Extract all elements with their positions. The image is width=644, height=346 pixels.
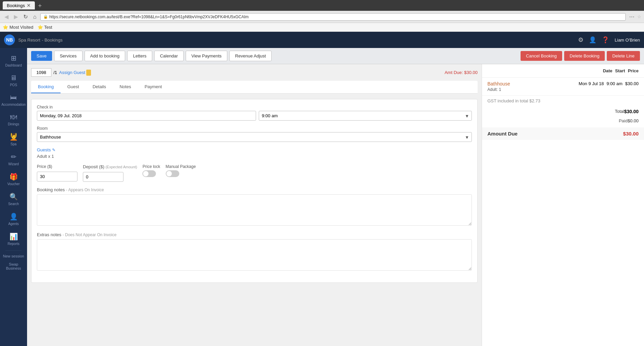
url-text: https://secure.netbookings.com.au/test/B… <box>49 15 249 19</box>
view-payments-button[interactable]: View Payments <box>186 51 227 61</box>
deposit-input[interactable] <box>83 172 123 182</box>
booking-notes-group: Booking notes - Appears On Invoice <box>37 187 472 227</box>
user-icon[interactable]: 👤 <box>589 36 596 44</box>
sidebar: ⊞ Dashboard 🖥 POS 🛏 Accommodation 🍽 Dini… <box>0 48 27 346</box>
sidebar-item-dinings[interactable]: 🍽 Dinings <box>0 110 27 129</box>
manual-package-toggle[interactable] <box>166 170 179 177</box>
price-input[interactable] <box>37 172 77 181</box>
amt-due-header: Amt Due: $30.00 <box>444 70 478 75</box>
booking-notes-textarea[interactable] <box>37 194 472 226</box>
price-lock-toggle[interactable] <box>142 170 156 177</box>
gst-note: GST included in total $2.73 <box>482 96 644 106</box>
settings-icon[interactable]: ⚙ <box>578 36 583 44</box>
dashboard-icon: ⊞ <box>11 54 17 62</box>
browser-tab[interactable]: Bookings ✕ <box>3 1 35 9</box>
sidebar-item-pos[interactable]: 🖥 POS <box>0 71 27 90</box>
cancel-booking-button[interactable]: Cancel Booking <box>521 51 562 61</box>
guests-edit-icon[interactable]: ✎ <box>52 148 55 152</box>
home-button[interactable]: ⌂ <box>31 13 38 21</box>
bookmark-icon-2: ⭐ <box>38 25 43 30</box>
sidebar-item-swap-business[interactable]: Swap Business <box>0 260 27 272</box>
amt-due-label: Amount Due <box>487 131 623 137</box>
sidebar-item-accommodation[interactable]: 🛏 Accommodation <box>0 90 27 110</box>
bookmark-icon[interactable]: ☆ <box>637 14 641 19</box>
extras-notes-textarea[interactable] <box>37 239 472 271</box>
service-detail: Adult: 1 <box>487 87 576 92</box>
extras-notes-group: Extras notes - Does Not Appear On Invoic… <box>37 232 472 272</box>
tab-details[interactable]: Details <box>86 81 113 93</box>
bookmark-icon-1: ⭐ <box>3 25 8 30</box>
top-nav: NB Spa Resort - Bookings ⚙ 👤 ❓ Liam O'Br… <box>0 32 644 48</box>
sidebar-item-spa[interactable]: 💆 Spa <box>0 129 27 149</box>
booking-form: Check in 9:00 am ▼ <box>31 99 478 283</box>
sidebar-item-wizard[interactable]: ✏ Wizard <box>0 149 27 169</box>
url-bar[interactable]: 🔒 https://secure.netbookings.com.au/test… <box>40 13 626 21</box>
bookmarks-bar: ⭐ Most Visited ⭐ Test <box>0 23 644 32</box>
revenue-adjust-button[interactable]: Revenue Adjust <box>229 51 272 61</box>
price-label: Price ($) <box>37 164 77 169</box>
bookmark-test[interactable]: ⭐ Test <box>38 25 52 30</box>
services-button[interactable]: Services <box>54 51 83 61</box>
check-in-time-select[interactable]: 9:00 am <box>259 111 472 121</box>
delete-line-button[interactable]: Delete Line <box>607 51 640 61</box>
room-group: Room Bathhouse ▼ <box>37 126 472 142</box>
check-in-row: 9:00 am ▼ <box>37 111 472 121</box>
sidebar-item-new-session[interactable]: New session <box>2 252 25 260</box>
sidebar-label-dinings: Dinings <box>8 122 19 126</box>
calendar-button[interactable]: Calendar <box>154 51 184 61</box>
sidebar-item-agents[interactable]: 👤 Agents <box>0 209 27 229</box>
room-select[interactable]: Bathhouse <box>37 132 472 142</box>
new-tab-icon[interactable]: ＋ <box>37 1 43 9</box>
sidebar-divider <box>5 250 22 251</box>
tab-title: Bookings <box>7 3 25 8</box>
wizard-icon: ✏ <box>11 153 17 161</box>
top-nav-right: ⚙ 👤 ❓ Liam O'Brien <box>578 36 640 44</box>
service-grid: Bathhouse Adult: 1 Mon 9 Jul 18 9:00 am … <box>487 81 639 92</box>
save-button[interactable]: Save <box>31 51 52 61</box>
tab-booking[interactable]: Booking <box>31 81 61 93</box>
forward-button[interactable]: ▶ <box>12 13 20 21</box>
sidebar-label-spa: Spa <box>10 142 17 146</box>
booking-of: /1 <box>53 70 57 75</box>
check-in-date-input[interactable] <box>37 111 256 121</box>
tab-payment[interactable]: Payment <box>138 81 168 93</box>
right-panel-header: Date Start Price <box>482 64 644 78</box>
letters-button[interactable]: Letters <box>127 51 152 61</box>
agents-icon: 👤 <box>9 213 18 221</box>
spa-icon: 💆 <box>9 133 18 141</box>
assign-guest-button[interactable]: Assign Guest <box>59 70 91 76</box>
tab-guest[interactable]: Guest <box>61 81 86 93</box>
sidebar-item-search[interactable]: 🔍 Search <box>0 189 27 209</box>
menu-dots-icon[interactable]: ⋯ <box>629 14 635 20</box>
booking-area: /1 Assign Guest Amt Due: $30.00 Booking … <box>27 64 644 346</box>
sidebar-label-dashboard: Dashboard <box>5 64 22 67</box>
sidebar-item-voucher[interactable]: 🎁 Voucher <box>0 169 27 189</box>
sidebar-label-search: Search <box>8 202 19 206</box>
voucher-icon: 🎁 <box>9 173 18 181</box>
service-name: Bathhouse <box>487 81 576 86</box>
help-icon[interactable]: ❓ <box>602 36 609 44</box>
search-icon: 🔍 <box>9 193 18 201</box>
col-service <box>487 68 600 73</box>
check-in-time-wrapper: 9:00 am ▼ <box>259 111 472 121</box>
tab-close-icon[interactable]: ✕ <box>27 3 31 8</box>
cursor-indicator <box>86 70 91 76</box>
browser-nav: ◀ ▶ ↻ ⌂ 🔒 https://secure.netbookings.com… <box>0 11 644 23</box>
booking-tabs: Booking Guest Details Notes Payment <box>31 81 478 94</box>
accommodation-icon: 🛏 <box>10 94 17 101</box>
tab-notes[interactable]: Notes <box>113 81 138 93</box>
pos-icon: 🖥 <box>10 74 17 82</box>
total-value: $30.00 <box>624 109 639 114</box>
service-start-cell: 9:00 am <box>606 81 622 86</box>
booking-id-input[interactable] <box>31 68 51 77</box>
price-lock-group: Price lock <box>142 164 160 177</box>
sidebar-item-dashboard[interactable]: ⊞ Dashboard <box>0 51 27 71</box>
deposit-group: Deposit ($) (Expected Amount) <box>83 164 137 182</box>
sidebar-item-reports[interactable]: 📊 Reports <box>0 229 27 249</box>
back-button[interactable]: ◀ <box>3 13 10 21</box>
add-to-booking-button[interactable]: Add to booking <box>85 51 125 61</box>
refresh-button[interactable]: ↻ <box>22 13 29 21</box>
bookmark-most-visited[interactable]: ⭐ Most Visited <box>3 25 33 30</box>
toolbar-right: Cancel Booking Delete Booking Delete Lin… <box>521 51 640 61</box>
delete-booking-button[interactable]: Delete Booking <box>564 51 605 61</box>
